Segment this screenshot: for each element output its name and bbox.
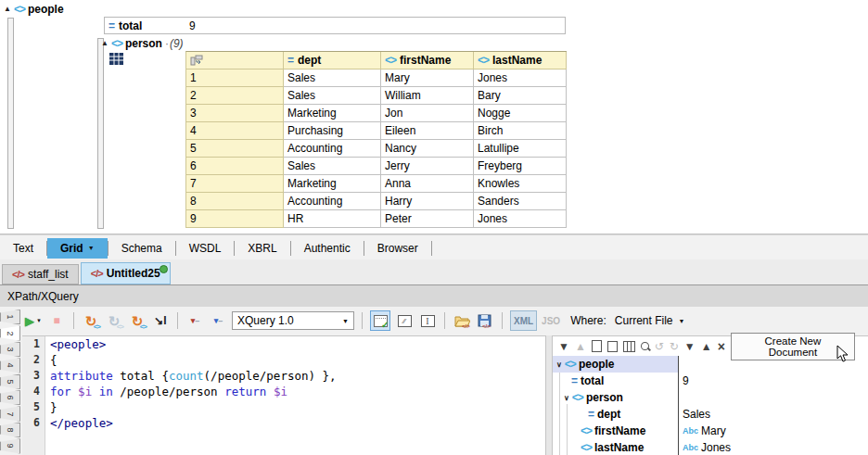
result-name-cell[interactable]: ∨<>person [553, 389, 678, 406]
cell-firstName[interactable]: William [381, 87, 474, 105]
expand-chevron-icon[interactable]: ∨ [556, 360, 562, 369]
expand-chevron-icon[interactable]: ∨ [564, 394, 569, 402]
cell-dept[interactable]: Sales [284, 70, 381, 87]
cell-firstName[interactable]: Harry [381, 193, 474, 210]
result-row-people[interactable]: ∨<>people [553, 356, 868, 373]
cell-lastName[interactable]: Latullipe [474, 140, 567, 158]
move-down-icon[interactable]: ▼ [684, 341, 696, 352]
cell-dept[interactable]: Sales [284, 87, 381, 105]
result-row-total[interactable]: =total9 [553, 373, 868, 389]
result-name-cell[interactable]: <>firstName [553, 423, 678, 439]
xquery-editor[interactable]: 123456 <people>{attribute total {count(/… [22, 335, 545, 455]
expression-tab-8[interactable]: 8 [0, 423, 20, 437]
expression-tab-9[interactable]: 9 [0, 438, 20, 453]
cell-lastName[interactable]: Sanders [474, 193, 567, 210]
expression-tab-7[interactable]: 7 [0, 406, 20, 421]
expression-tab-1[interactable]: 1 [0, 310, 20, 324]
cell-lastName[interactable]: Birch [474, 122, 567, 140]
tab-xbrl[interactable]: XBRL [235, 238, 289, 259]
row-number-header[interactable] [186, 52, 284, 70]
row-number-cell[interactable]: 1 [186, 70, 284, 87]
total-attribute-cell[interactable]: = total [104, 17, 186, 34]
row-number-cell[interactable]: 2 [186, 87, 284, 105]
result-name-cell[interactable]: <>lastName [553, 439, 678, 455]
row-number-cell[interactable]: 3 [186, 105, 284, 122]
tab-schema[interactable]: Schema [108, 238, 175, 259]
total-value-cell[interactable]: 9 [185, 17, 566, 34]
xml-mode-button[interactable]: XML [510, 310, 537, 331]
expression-tab-6[interactable]: 6 [0, 390, 20, 405]
cell-dept[interactable]: Sales [284, 158, 381, 175]
cell-firstName[interactable]: Jerry [381, 158, 474, 175]
split-window-icon[interactable]: ⁄⁄ [395, 310, 414, 331]
cell-dept[interactable]: Purchasing [284, 122, 381, 140]
language-select[interactable]: XQuery 1.0 ▼ [232, 311, 354, 330]
cell-firstName[interactable]: Anna [381, 175, 474, 193]
cell-dept[interactable]: Accounting [284, 193, 381, 210]
result-name-cell[interactable]: =dept [553, 406, 678, 423]
people-element-row[interactable]: ▲ <> people [4, 1, 64, 17]
expression-tab-2[interactable]: 2 [0, 325, 20, 340]
run-evaluation-button[interactable]: ▶▼ [24, 310, 43, 331]
cell-dept[interactable]: Marketing [284, 175, 381, 193]
row-number-cell[interactable]: 7 [186, 175, 284, 193]
new-document-icon[interactable] [592, 340, 602, 352]
save-expression-button[interactable]: </> [476, 310, 494, 331]
row-number-cell[interactable]: 9 [186, 210, 284, 228]
scope-select[interactable]: Current File ▼ [615, 310, 685, 331]
people-span-bar[interactable] [7, 18, 14, 229]
row-number-cell[interactable]: 6 [186, 158, 284, 175]
search-icon[interactable] [641, 342, 649, 350]
tracepoint-icon[interactable]: ▾-- [209, 310, 227, 331]
person-span-bar[interactable] [97, 38, 104, 229]
copy-result-icon[interactable] [607, 341, 618, 352]
close-icon[interactable]: × [718, 340, 725, 353]
tab-text[interactable]: Text [0, 238, 46, 259]
evaluate-expression-icon[interactable]: ↻<> [128, 310, 147, 331]
expression-tab-4[interactable]: 4 [0, 358, 20, 373]
columns-icon[interactable] [623, 341, 635, 352]
row-number-cell[interactable]: 8 [186, 193, 284, 210]
cell-firstName[interactable]: Mary [381, 70, 474, 87]
cell-lastName[interactable]: Nogge [474, 105, 567, 122]
cell-lastName[interactable]: Bary [474, 87, 567, 105]
tab-authentic[interactable]: Authentic [291, 238, 364, 259]
file-tab-staff_list[interactable]: </>staff_list [2, 264, 79, 284]
cell-lastName[interactable]: Jones [474, 70, 567, 87]
tab-grid[interactable]: Grid▼ [47, 238, 108, 259]
result-row-lastName[interactable]: <>lastNameAbcJones [553, 439, 868, 455]
result-name-cell[interactable]: =total [553, 373, 678, 389]
column-header-dept[interactable]: =dept [284, 52, 381, 70]
cell-firstName[interactable]: Nancy [381, 140, 474, 158]
expression-tab-3[interactable]: 3 [0, 342, 20, 357]
row-number-cell[interactable]: 4 [186, 122, 284, 140]
cell-dept[interactable]: HR [284, 210, 381, 228]
column-header-firstName[interactable]: <>firstName [381, 52, 474, 70]
cell-lastName[interactable]: Freyberg [474, 158, 567, 175]
show-results-toggle[interactable]: ✓ [370, 310, 390, 331]
goto-next-result-icon[interactable]: ▼ [558, 341, 569, 352]
cell-firstName[interactable]: Peter [381, 210, 474, 228]
cell-dept[interactable]: Accounting [284, 140, 381, 158]
collapse-triangle-icon[interactable]: ▲ [4, 6, 11, 13]
panel-splitter[interactable] [545, 335, 553, 455]
cell-lastName[interactable]: Knowles [474, 175, 567, 193]
step-into-icon[interactable]: ↘I [151, 310, 170, 331]
file-tab-untitled25[interactable]: </>Untitled25 [81, 262, 171, 284]
move-up-icon[interactable]: ▲ [701, 341, 712, 352]
text-cursor-window-icon[interactable]: I [418, 310, 437, 331]
collapse-triangle-icon[interactable]: ▲ [101, 40, 108, 47]
expression-tab-5[interactable]: 5 [0, 374, 20, 389]
cell-lastName[interactable]: Jones [474, 210, 567, 228]
open-expression-button[interactable]: </> [453, 310, 471, 331]
result-row-person[interactable]: ∨<>person [553, 389, 868, 406]
table-view-icon[interactable] [109, 53, 123, 65]
tab-wsdl[interactable]: WSDL [176, 238, 235, 259]
code-area[interactable]: <people>{attribute total {count(/people/… [50, 336, 545, 455]
cell-firstName[interactable]: Jon [381, 105, 474, 122]
stop-evaluation-button[interactable]: ■ [47, 310, 66, 331]
cell-dept[interactable]: Marketing [284, 105, 381, 122]
row-number-cell[interactable]: 5 [186, 140, 284, 158]
column-header-lastName[interactable]: <>lastName [474, 52, 567, 70]
result-row-dept[interactable]: =deptSales [553, 406, 868, 423]
